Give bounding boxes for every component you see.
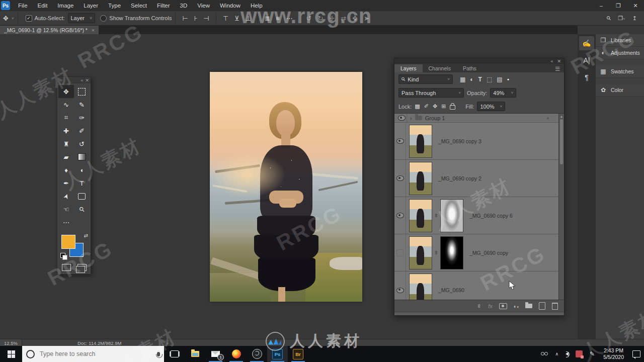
visibility-toggle[interactable] <box>396 114 407 122</box>
fill-input[interactable]: 100% ˅ <box>477 102 505 111</box>
layer-group-row[interactable]: › Group 1 ▲ <box>394 114 559 123</box>
group-expander-icon[interactable]: › <box>410 115 412 121</box>
tab-close-icon[interactable]: × <box>92 27 95 33</box>
taskbar-search[interactable] <box>22 346 164 362</box>
group-name[interactable]: Group 1 <box>425 115 445 121</box>
filter-adjustment-layers-icon[interactable]: ◐ <box>470 76 473 83</box>
zoom-tool[interactable]: ⚲ <box>74 203 90 216</box>
adjustments-panel-button[interactable]: ◐ Adjustments <box>596 47 644 59</box>
blend-mode-dropdown[interactable]: Pass Through ˅ <box>398 88 464 98</box>
status-chevron-icon[interactable]: › <box>167 340 168 346</box>
share-icon[interactable]: ↥ <box>632 15 637 22</box>
pen-icon[interactable]: ✎ <box>586 350 598 357</box>
clone-source-panel-icon[interactable]: ✍ <box>579 36 594 50</box>
menu-3d[interactable]: 3D <box>175 0 193 11</box>
quick-mask-button[interactable] <box>62 264 71 271</box>
layer-name[interactable]: _MG_0690 copy 6 <box>469 213 513 219</box>
delete-layer-icon[interactable] <box>552 303 558 310</box>
layer-row[interactable]: ∞ _MG_0690 copy <box>394 234 559 272</box>
layers-scrollbar[interactable]: ▲ <box>558 114 564 300</box>
menu-window[interactable]: Window <box>215 0 246 11</box>
3d-scale-icon[interactable]: ➤ <box>361 15 372 22</box>
tab-paths[interactable]: Paths <box>457 64 482 72</box>
layer-style-fx-icon[interactable]: fx <box>488 303 493 309</box>
clone-stamp-tool[interactable]: ♜ <box>58 137 74 150</box>
filter-smart-objects-icon[interactable]: ▤ <box>497 76 502 83</box>
new-layer-icon[interactable] <box>539 302 545 310</box>
link-layers-icon[interactable]: ∞ <box>476 304 482 308</box>
layer-thumbnail[interactable] <box>409 236 432 269</box>
workspace-switcher-icon[interactable]: ❐˅ <box>618 15 625 22</box>
menu-edit[interactable]: Edit <box>33 0 53 11</box>
lock-transparency-icon[interactable]: ▩ <box>415 103 420 110</box>
menu-filter[interactable]: Filter <box>152 0 175 11</box>
visibility-toggle[interactable] <box>394 272 406 300</box>
layer-name[interactable]: _MG_0690 copy 3 <box>438 138 481 144</box>
lock-all-icon[interactable] <box>450 105 455 110</box>
crop-tool[interactable]: ⌗ <box>58 111 74 124</box>
color-panel-button[interactable]: ✿ Color <box>596 84 644 97</box>
menu-help[interactable]: Help <box>246 0 268 11</box>
layer-mask-thumbnail[interactable] <box>440 236 463 269</box>
3d-orbit-icon[interactable]: ↺ <box>303 15 315 22</box>
character-panel-icon[interactable]: A| <box>579 53 594 67</box>
3d-roll-icon[interactable]: ↻ <box>314 15 326 22</box>
blur-tool[interactable]: ♦ <box>58 163 74 176</box>
collapse-icon[interactable]: « <box>80 78 83 83</box>
paragraph-panel-icon[interactable]: ¶ <box>579 70 594 84</box>
lock-pixels-icon[interactable]: ✐ <box>424 103 429 110</box>
layer-row[interactable]: ∞ _MG_0690 copy 6 <box>394 197 559 234</box>
collapse-icon[interactable]: « <box>550 59 553 64</box>
move-tool[interactable]: ✥ <box>58 85 74 98</box>
mask-link-icon[interactable]: ∞ <box>434 212 439 220</box>
eyedropper-tool[interactable]: ✑ <box>74 111 90 124</box>
close-button[interactable]: ✕ <box>627 0 644 11</box>
layer-thumbnail[interactable] <box>409 274 432 300</box>
gradient-tool[interactable] <box>74 150 90 163</box>
filter-toggle-icon[interactable]: ● <box>507 77 509 81</box>
filter-kind-dropdown[interactable]: ⚲ Kind ˅ <box>398 74 453 84</box>
start-button[interactable] <box>0 346 22 362</box>
file-explorer-button[interactable] <box>185 346 205 362</box>
filter-type-layers-icon[interactable]: T <box>478 76 482 83</box>
align-center-h-icon[interactable]: ⊦ <box>191 15 201 22</box>
search-input[interactable] <box>39 350 153 358</box>
layer-thumbnail[interactable] <box>409 199 432 232</box>
auto-select-checkbox[interactable]: ✓ <box>26 15 32 22</box>
mask-link-icon[interactable]: ∞ <box>434 249 439 257</box>
notification-center-icon[interactable] <box>629 350 644 357</box>
screen-mode-button[interactable] <box>77 264 87 271</box>
new-group-icon[interactable] <box>525 304 532 308</box>
menu-view[interactable]: View <box>192 0 215 11</box>
photoshop-taskbar-button[interactable]: Ps <box>267 346 288 362</box>
layer-name[interactable]: _MG_0690 copy 2 <box>438 175 481 182</box>
photoshop-logo-icon[interactable]: Ps <box>1 1 10 10</box>
more-options-icon[interactable]: ⋯ <box>283 15 296 22</box>
panel-resize-handle[interactable] <box>394 312 564 315</box>
layer-name[interactable]: _MG_0690 copy <box>469 250 508 256</box>
restore-button[interactable]: ❐ <box>610 0 627 11</box>
obs-button[interactable] <box>247 346 267 362</box>
visibility-toggle[interactable] <box>394 123 406 159</box>
people-icon[interactable] <box>537 352 551 356</box>
brush-tool[interactable]: ✐ <box>74 124 90 137</box>
lock-position-icon[interactable]: ✥ <box>433 103 437 110</box>
canvas-image[interactable] <box>210 72 362 302</box>
3d-move-icon[interactable]: ✥ <box>349 15 361 22</box>
align-top-icon[interactable]: ⊤ <box>220 15 231 22</box>
swatches-panel-button[interactable]: ▦ Swatches <box>596 65 644 78</box>
lock-artboard-icon[interactable]: ⊞ <box>441 103 446 110</box>
menu-image[interactable]: Image <box>52 0 78 11</box>
toolbox-header[interactable]: « ✕ <box>57 77 91 83</box>
new-adjustment-layer-icon[interactable]: ◐▾ <box>514 303 519 309</box>
align-right-icon[interactable]: ⊣ <box>201 15 212 22</box>
close-icon[interactable]: ✕ <box>85 78 89 83</box>
path-select-tool[interactable]: ➤ <box>58 190 74 203</box>
eraser-tool[interactable]: ▰ <box>58 150 74 163</box>
menu-layer[interactable]: Layer <box>78 0 103 11</box>
healing-brush-tool[interactable]: ✚ <box>58 124 74 137</box>
zoom-level-field[interactable]: 12.5% <box>0 339 22 346</box>
scroll-up-icon[interactable]: ▲ <box>546 116 550 120</box>
hand-tool[interactable]: ☜ <box>58 203 74 216</box>
3d-slide-icon[interactable]: ⇄ <box>338 15 349 22</box>
